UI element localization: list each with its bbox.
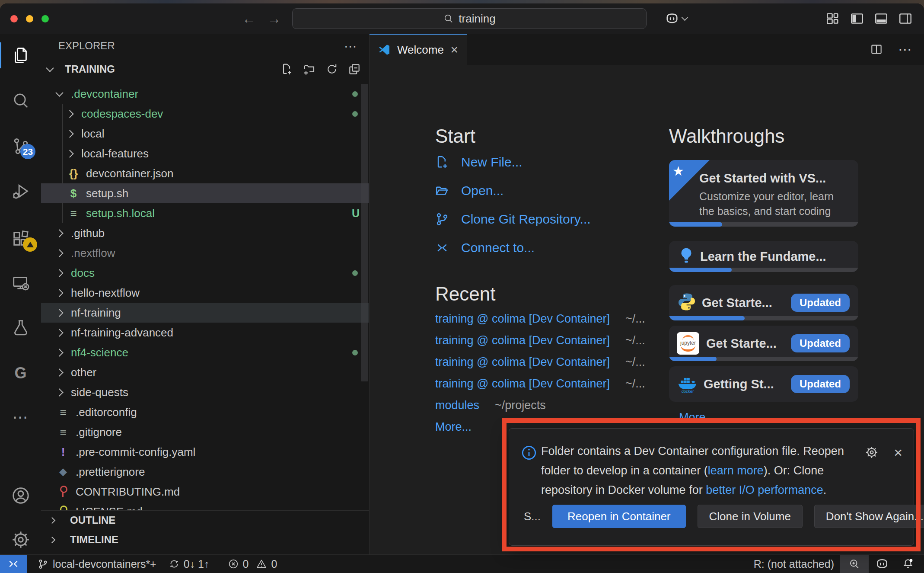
tree-row[interactable]: ≡setup.sh.localU bbox=[41, 203, 369, 223]
tree-row[interactable]: nf4-science bbox=[41, 343, 369, 362]
dont-show-again-button[interactable]: Don't Show Again... bbox=[814, 505, 924, 528]
tab-welcome[interactable]: Welcome × bbox=[370, 34, 467, 65]
source-button-truncated[interactable]: S... bbox=[524, 505, 541, 528]
close-window-button[interactable] bbox=[10, 15, 18, 22]
zoom-in-icon bbox=[848, 558, 860, 570]
tree-row[interactable]: CONTRIBUTING.md bbox=[41, 482, 369, 502]
walkthrough-card-fundamentals[interactable]: Learn the Fundame... bbox=[669, 241, 858, 272]
recent-link[interactable]: modules bbox=[435, 399, 479, 412]
io-performance-link[interactable]: better I/O performance bbox=[706, 483, 823, 496]
tree-row[interactable]: LICENSE.md bbox=[41, 502, 369, 510]
collapse-all-icon[interactable] bbox=[347, 62, 361, 76]
command-center-search[interactable]: training bbox=[292, 8, 647, 29]
outline-panel-header[interactable]: OUTLINE bbox=[41, 510, 369, 530]
git-modified-dot bbox=[352, 270, 358, 276]
sidebar-item-testing[interactable] bbox=[0, 314, 41, 342]
tree-row[interactable]: side-quests bbox=[41, 382, 369, 402]
close-icon[interactable]: × bbox=[450, 42, 458, 57]
sidebar-item-run-debug[interactable] bbox=[0, 178, 41, 205]
new-file-icon[interactable] bbox=[280, 62, 294, 76]
split-editor-icon[interactable] bbox=[870, 42, 883, 56]
new-file-icon bbox=[434, 154, 450, 170]
tree-row[interactable]: ≡.editorconfig bbox=[41, 402, 369, 422]
tree-row[interactable]: {}devcontainer.json bbox=[41, 163, 369, 183]
sidebar-item-extensions[interactable] bbox=[0, 225, 41, 253]
tree-row[interactable]: .nextflow bbox=[41, 243, 369, 263]
editor-more-icon[interactable]: ⋯ bbox=[898, 41, 912, 58]
sidebar-item-search[interactable] bbox=[0, 87, 41, 115]
notification-settings-icon[interactable] bbox=[864, 445, 879, 460]
r-status-item[interactable]: R: (not attached) bbox=[748, 555, 840, 573]
sidebar-item-remote-explorer[interactable] bbox=[0, 269, 41, 297]
tree-row[interactable]: other bbox=[41, 362, 369, 382]
learn-more-link[interactable]: learn more bbox=[708, 464, 764, 477]
walkthroughs-more-link[interactable]: More... bbox=[679, 411, 715, 424]
start-open[interactable]: Open... bbox=[434, 180, 503, 202]
customize-layout-icon[interactable] bbox=[825, 11, 840, 26]
chevron-right-icon bbox=[49, 536, 56, 543]
walkthrough-card-jupyter[interactable]: jupyter Get Starte... Updated bbox=[669, 326, 858, 361]
remote-indicator[interactable] bbox=[0, 555, 27, 573]
tree-row[interactable]: local-features bbox=[41, 144, 369, 163]
tree-row[interactable]: .devcontainer bbox=[41, 84, 369, 104]
sidebar-item-gitlens[interactable]: G bbox=[0, 359, 41, 387]
new-folder-icon[interactable] bbox=[303, 62, 316, 76]
problems-status-item[interactable]: 0 0 bbox=[222, 555, 284, 573]
tree-row-hovered[interactable]: nf-training bbox=[41, 303, 369, 323]
tree-row[interactable]: !.pre-commit-config.yaml bbox=[41, 442, 369, 462]
tree-row[interactable]: local bbox=[41, 124, 369, 144]
list-file-icon: ≡ bbox=[57, 406, 70, 419]
tree-row[interactable]: codespaces-dev bbox=[41, 104, 369, 124]
tree-row[interactable]: ◆.prettierignore bbox=[41, 462, 369, 482]
walkthrough-card-get-started[interactable]: ★ Get Started with VS... Customize your … bbox=[669, 160, 858, 227]
toggle-primary-sidebar-icon[interactable] bbox=[850, 11, 864, 26]
tree-row[interactable]: nf-training-advanced bbox=[41, 323, 369, 343]
sidebar-scrollbar[interactable] bbox=[361, 84, 368, 381]
vscode-window: ← → training bbox=[0, 3, 924, 573]
chevron-right-icon bbox=[66, 130, 73, 138]
section-training[interactable]: TRAINING bbox=[41, 59, 369, 80]
recent-path: ~/projects bbox=[495, 399, 546, 412]
walkthrough-card-python[interactable]: Get Starte... Updated bbox=[669, 285, 858, 320]
settings-button[interactable] bbox=[0, 526, 41, 554]
notifications-status-item[interactable] bbox=[895, 555, 924, 573]
shell-file-icon: $ bbox=[67, 187, 80, 200]
toggle-panel-icon[interactable] bbox=[874, 11, 889, 26]
recent-link[interactable]: training @ colima [Dev Container] bbox=[435, 334, 610, 347]
accounts-button[interactable] bbox=[0, 482, 41, 509]
recent-link[interactable]: training @ colima [Dev Container] bbox=[435, 377, 610, 391]
refresh-icon[interactable] bbox=[325, 62, 339, 76]
sidebar-item-explorer[interactable] bbox=[0, 42, 41, 69]
recent-more-link[interactable]: More... bbox=[435, 420, 472, 434]
reopen-in-container-button[interactable]: Reopen in Container bbox=[552, 505, 686, 528]
clone-in-volume-button[interactable]: Clone in Volume bbox=[698, 505, 803, 528]
sidebar-item-source-control[interactable]: 23 bbox=[0, 132, 41, 160]
close-icon[interactable]: × bbox=[894, 445, 902, 460]
start-connect-to[interactable]: Connect to... bbox=[434, 237, 535, 259]
tree-row[interactable]: docs bbox=[41, 263, 369, 283]
copilot-status-item[interactable] bbox=[869, 555, 895, 573]
minimize-window-button[interactable] bbox=[26, 15, 33, 22]
tree-row[interactable]: hello-nextflow bbox=[41, 283, 369, 303]
activity-bar-more[interactable]: ⋯ bbox=[0, 403, 41, 431]
sync-status-item[interactable]: 0↓ 1↑ bbox=[162, 555, 216, 573]
walkthrough-card-docker[interactable]: docker Getting St... Updated bbox=[669, 366, 858, 402]
start-clone-repo[interactable]: Clone Git Repository... bbox=[434, 208, 591, 230]
branch-status-item[interactable]: local-devcontainers*+ bbox=[31, 555, 162, 573]
tree-row[interactable]: ≡.gitignore bbox=[41, 422, 369, 442]
chevron-right-icon bbox=[55, 229, 63, 237]
tree-row[interactable]: .github bbox=[41, 223, 369, 243]
explorer-more-icon[interactable]: ⋯ bbox=[344, 38, 357, 54]
zoom-status-item[interactable] bbox=[840, 555, 869, 573]
navigate-back-icon[interactable]: ← bbox=[242, 11, 256, 27]
toggle-secondary-sidebar-icon[interactable] bbox=[898, 11, 913, 26]
recent-link[interactable]: training @ colima [Dev Container] bbox=[435, 355, 610, 369]
timeline-panel-header[interactable]: TIMELINE bbox=[41, 530, 369, 549]
tree-row-selected[interactable]: $setup.sh bbox=[41, 183, 369, 203]
start-new-file[interactable]: New File... bbox=[434, 151, 523, 173]
recent-link[interactable]: training @ colima [Dev Container] bbox=[435, 312, 610, 326]
zoom-window-button[interactable] bbox=[41, 15, 49, 22]
copilot-menu[interactable] bbox=[664, 11, 696, 26]
navigate-forward-icon[interactable]: → bbox=[267, 11, 281, 27]
search-icon bbox=[11, 91, 31, 111]
